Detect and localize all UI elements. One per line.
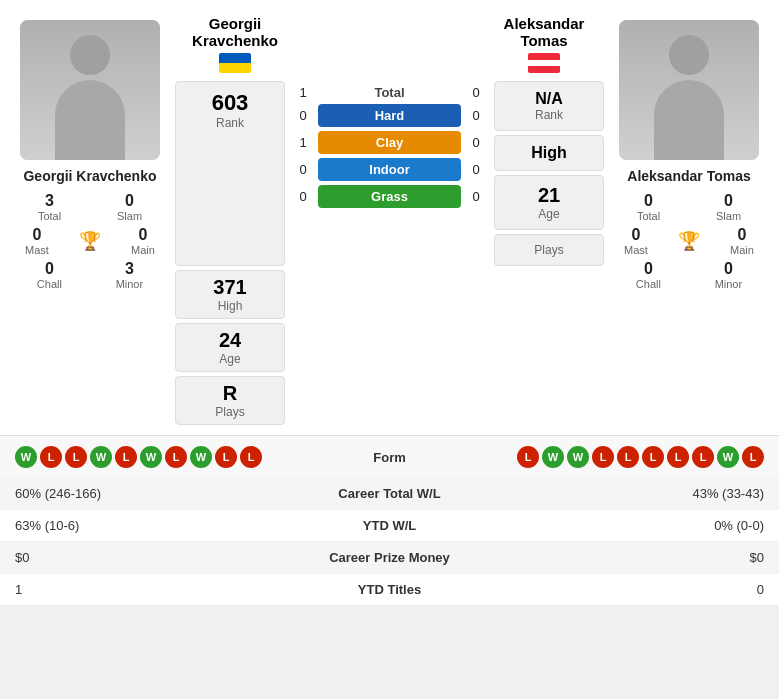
right-player-card: Aleksandar Tomas 0 Total 0 Slam 0 Mast xyxy=(604,15,774,425)
grass-button: Grass xyxy=(318,185,461,208)
surface-section: 1 Total 0 0 Hard 0 1 Clay 0 xyxy=(293,81,486,266)
left-chall-label: Chall xyxy=(37,278,62,290)
right-mast-label: Mast xyxy=(624,244,648,256)
left-plays-box: R Plays xyxy=(175,376,285,425)
left-plays-value: R xyxy=(184,382,276,405)
ytd-wl-label: YTD W/L xyxy=(300,518,480,533)
ytd-titles-left: 1 xyxy=(15,582,300,597)
left-minor-label: Minor xyxy=(116,278,144,290)
prize-money-label: Career Prize Money xyxy=(300,550,480,565)
right-plays-label: Plays xyxy=(503,243,595,257)
ytd-wl-left: 63% (10-6) xyxy=(15,518,300,533)
left-high-box: 371 High xyxy=(175,270,285,319)
right-total-label: Total xyxy=(637,210,660,222)
prize-money-left: $0 xyxy=(15,550,300,565)
left-form-8: W xyxy=(190,446,212,468)
left-rank-value: 603 xyxy=(184,90,276,116)
right-form-3: W xyxy=(567,446,589,468)
right-total-value: 0 xyxy=(644,192,653,210)
right-form-5: L xyxy=(617,446,639,468)
left-form-9: L xyxy=(215,446,237,468)
center-section: Georgii Kravchenko Aleksandar Tomas 603 … xyxy=(175,15,604,425)
right-slam-value: 0 xyxy=(724,192,733,210)
left-form-3: L xyxy=(65,446,87,468)
right-stats-col: N/A Rank High 21 Age Plays xyxy=(494,81,604,266)
left-flag xyxy=(219,53,251,73)
left-plays-label: Plays xyxy=(184,405,276,419)
left-minor-value: 3 xyxy=(125,260,134,278)
right-slam-label: Slam xyxy=(716,210,741,222)
right-main-label: Main xyxy=(730,244,754,256)
left-rank-label: Rank xyxy=(184,116,276,130)
grass-right: 0 xyxy=(466,189,486,204)
left-form-7: L xyxy=(165,446,187,468)
right-chall-label: Chall xyxy=(636,278,661,290)
ytd-titles-label: YTD Titles xyxy=(300,582,480,597)
right-rank-label: Rank xyxy=(503,108,595,122)
right-player-avatar xyxy=(619,20,759,160)
indoor-left: 0 xyxy=(293,162,313,177)
right-form-9: W xyxy=(717,446,739,468)
form-label: Form xyxy=(373,450,406,465)
left-form-badges: W L L W L W L W L L xyxy=(15,446,262,468)
left-form-6: W xyxy=(140,446,162,468)
right-form-badges: L W W L L L L L W L xyxy=(517,446,764,468)
ytd-wl-row: 63% (10-6) YTD W/L 0% (0-0) xyxy=(0,510,779,542)
hard-left: 0 xyxy=(293,108,313,123)
career-total-right: 43% (33-43) xyxy=(480,486,765,501)
total-right-score: 0 xyxy=(466,85,486,100)
right-form-6: L xyxy=(642,446,664,468)
right-minor-value: 0 xyxy=(724,260,733,278)
right-form-7: L xyxy=(667,446,689,468)
left-form-2: L xyxy=(40,446,62,468)
right-mast-value: 0 xyxy=(632,226,641,244)
hard-right: 0 xyxy=(466,108,486,123)
clay-button: Clay xyxy=(318,131,461,154)
total-left-score: 1 xyxy=(293,85,313,100)
clay-right: 0 xyxy=(466,135,486,150)
center-left-name: Georgii Kravchenko xyxy=(175,15,295,49)
left-high-value: 371 xyxy=(184,276,276,299)
prize-money-row: $0 Career Prize Money $0 xyxy=(0,542,779,574)
left-slam-label: Slam xyxy=(117,210,142,222)
left-form-10: L xyxy=(240,446,262,468)
left-player-card: Georgii Kravchenko 3 Total 0 Slam 0 Mas xyxy=(5,15,175,425)
left-player-name: Georgii Kravchenko xyxy=(23,168,156,184)
right-form-1: L xyxy=(517,446,539,468)
right-form-4: L xyxy=(592,446,614,468)
right-chall-value: 0 xyxy=(644,260,653,278)
indoor-right: 0 xyxy=(466,162,486,177)
right-age-label: Age xyxy=(503,207,595,221)
right-rank-value: N/A xyxy=(503,90,595,108)
left-rank-box: 603 Rank xyxy=(175,81,285,266)
surface-row-clay: 1 Clay 0 xyxy=(293,131,486,154)
career-total-label: Career Total W/L xyxy=(300,486,480,501)
left-additional-stats: 371 High 24 Age R Plays xyxy=(175,270,285,425)
indoor-button: Indoor xyxy=(318,158,461,181)
left-mast-label: Mast xyxy=(25,244,49,256)
left-mast-value: 0 xyxy=(33,226,42,244)
right-form-8: L xyxy=(692,446,714,468)
ytd-wl-right: 0% (0-0) xyxy=(480,518,765,533)
left-total-label: Total xyxy=(38,210,61,222)
left-chall-value: 0 xyxy=(45,260,54,278)
left-trophy-icon: 🏆 xyxy=(79,230,101,252)
left-main-value: 0 xyxy=(139,226,148,244)
right-age-value: 21 xyxy=(503,184,595,207)
right-high-box: High xyxy=(494,135,604,171)
left-player-avatar xyxy=(20,20,160,160)
right-rank-box: N/A Rank xyxy=(494,81,604,131)
clay-left: 1 xyxy=(293,135,313,150)
left-slam-value: 0 xyxy=(125,192,134,210)
center-right-name: Aleksandar Tomas xyxy=(484,15,604,49)
left-form-5: L xyxy=(115,446,137,468)
career-stats-section: 60% (246-166) Career Total W/L 43% (33-4… xyxy=(0,478,779,606)
right-main-value: 0 xyxy=(738,226,747,244)
left-age-label: Age xyxy=(184,352,276,366)
left-form-1: W xyxy=(15,446,37,468)
right-form-2: W xyxy=(542,446,564,468)
hard-button: Hard xyxy=(318,104,461,127)
total-label: Total xyxy=(313,85,466,100)
ytd-titles-row: 1 YTD Titles 0 xyxy=(0,574,779,606)
right-flag xyxy=(528,53,560,73)
